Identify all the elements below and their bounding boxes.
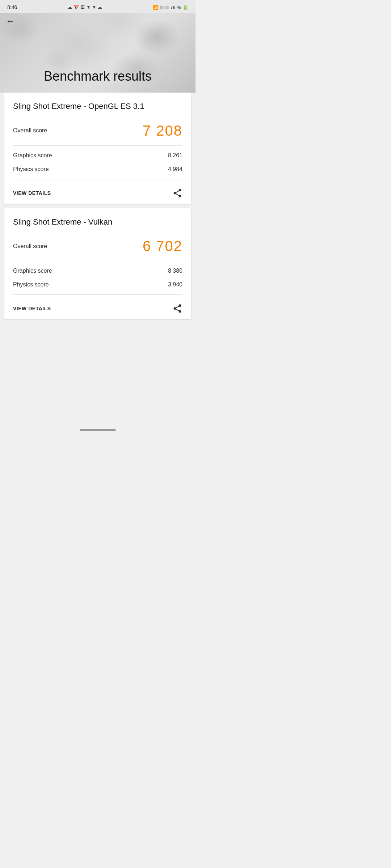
signal2-icon: ▨ <box>165 5 169 10</box>
signal-icon: ▨ <box>160 5 164 10</box>
opengl-view-details-button[interactable]: VIEW DETAILS <box>13 190 51 196</box>
vulkan-share-icon[interactable] <box>172 303 182 314</box>
vulkan-card-footer: VIEW DETAILS <box>13 298 182 314</box>
page-title: Benchmark results <box>0 68 196 84</box>
home-indicator <box>0 425 196 434</box>
divider-4 <box>13 294 182 295</box>
vulkan-overall-row: Overall score 6 702 <box>13 234 182 258</box>
status-time: 8:46 <box>7 4 17 10</box>
opengl-physics-row: Physics score 4 984 <box>13 162 182 176</box>
opengl-card-footer: VIEW DETAILS <box>13 182 182 198</box>
cloud2-icon: ☁ <box>98 5 102 10</box>
home-bar <box>80 429 116 431</box>
vulkan-overall-label: Overall score <box>13 243 47 250</box>
vulkan-overall-value: 6 702 <box>143 238 182 254</box>
vulkan-card-title: Sling Shot Extreme - Vulkan <box>13 217 182 227</box>
vulkan-card: Sling Shot Extreme - Vulkan Overall scor… <box>4 208 191 320</box>
status-icons: ☁ 📅 🖼 ▼ ▼ ☁ <box>68 5 102 10</box>
vulkan-graphics-row: Graphics score 8 380 <box>13 264 182 278</box>
battery-percent: 79 % <box>170 5 181 10</box>
vulkan-physics-label: Physics score <box>13 281 49 288</box>
divider-3 <box>13 261 182 261</box>
opengl-physics-label: Physics score <box>13 166 49 173</box>
opengl-overall-row: Overall score 7 208 <box>13 119 182 142</box>
opengl-graphics-label: Graphics score <box>13 152 52 159</box>
opengl-share-icon[interactable] <box>172 188 182 198</box>
vulkan-graphics-label: Graphics score <box>13 268 52 274</box>
divider-2 <box>13 179 182 179</box>
opengl-overall-label: Overall score <box>13 127 47 134</box>
opengl-overall-value: 7 208 <box>143 123 182 139</box>
content-area: Sling Shot Extreme - OpenGL ES 3.1 Overa… <box>0 93 196 425</box>
battery-icon: 🔋 <box>182 5 188 10</box>
vulkan-physics-row: Physics score 3 940 <box>13 278 182 292</box>
opengl-graphics-value: 8 261 <box>168 152 182 159</box>
opengl-physics-value: 4 984 <box>168 166 182 173</box>
back-button[interactable]: ← <box>6 16 14 26</box>
status-right: 📶 ▨ ▨ 79 % 🔋 <box>153 5 188 10</box>
wifi-icon: 📶 <box>153 5 159 10</box>
vulkan-view-details-button[interactable]: VIEW DETAILS <box>13 306 51 311</box>
hero-section: ← Benchmark results <box>0 13 196 93</box>
image-icon: 🖼 <box>80 5 85 10</box>
flag-icon: ▼ <box>92 5 96 10</box>
vulkan-graphics-value: 8 380 <box>168 268 182 274</box>
opengl-graphics-row: Graphics score 8 261 <box>13 149 182 162</box>
vulkan-physics-value: 3 940 <box>168 281 182 288</box>
cloud-icon: ☁ <box>68 5 72 10</box>
opengl-card-title: Sling Shot Extreme - OpenGL ES 3.1 <box>13 101 182 112</box>
calendar-icon: 📅 <box>73 5 79 10</box>
status-bar: 8:46 ☁ 📅 🖼 ▼ ▼ ☁ 📶 ▨ ▨ 79 % 🔋 <box>0 0 196 13</box>
divider-1 <box>13 145 182 146</box>
notification-icon: ▼ <box>86 5 91 10</box>
opengl-card: Sling Shot Extreme - OpenGL ES 3.1 Overa… <box>4 93 191 204</box>
